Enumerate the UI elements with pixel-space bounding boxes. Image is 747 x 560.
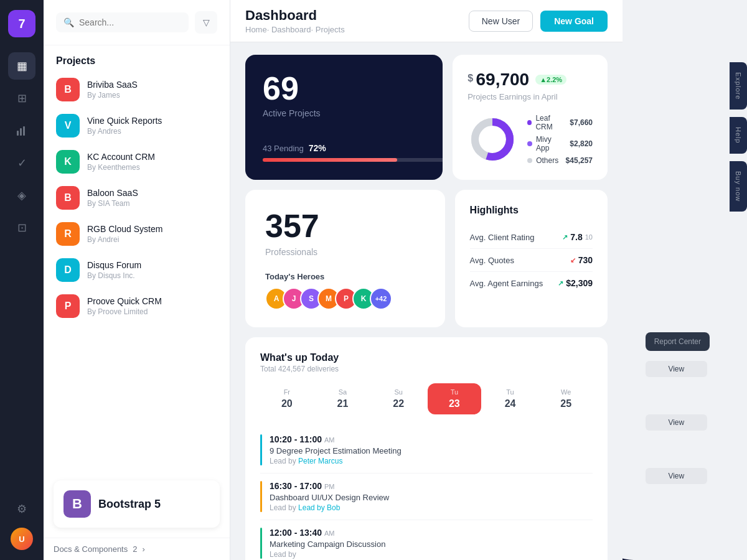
- heroes-label: Today's Heroes: [265, 272, 425, 281]
- event-name: Marketing Campaign Discussion: [270, 539, 385, 549]
- view-button-2[interactable]: View: [646, 414, 707, 431]
- project-by: By Keenthemes: [87, 163, 217, 172]
- nav-icon-briefcase[interactable]: ⊡: [8, 214, 35, 241]
- day-name: Su: [374, 388, 423, 396]
- pending-label: 43 Pending: [263, 144, 304, 153]
- project-info: Briviba SaaS By James: [87, 80, 217, 100]
- nav-avatar[interactable]: 7: [8, 10, 35, 37]
- project-by: By Andrei: [87, 235, 217, 244]
- project-item[interactable]: B Briviba SaaS By James: [44, 72, 230, 108]
- calendar-day[interactable]: Sa 21: [316, 383, 370, 414]
- day-name: Sa: [319, 388, 367, 396]
- day-name: Tu: [486, 388, 535, 396]
- lead-link[interactable]: Lead by Bob: [298, 503, 340, 512]
- earnings-legend: Leaf CRM $7,660 Mivy App $2,820 Others $…: [527, 114, 593, 165]
- project-item[interactable]: D Disqus Forum By Disqus Inc.: [44, 252, 230, 288]
- sidebar-header: 🔍 ▽: [44, 0, 230, 45]
- progress-bar: [263, 158, 443, 162]
- day-number: 21: [319, 398, 367, 409]
- report-center-button[interactable]: Report Center: [646, 332, 710, 351]
- new-goal-button[interactable]: New Goal: [540, 11, 608, 32]
- legend-dot: [527, 120, 532, 125]
- day-number: 25: [542, 398, 590, 409]
- lead-link[interactable]: Peter Marcus: [298, 457, 342, 465]
- earnings-dollar: $: [467, 73, 473, 83]
- calendar-day[interactable]: Fr 20: [260, 383, 314, 414]
- help-tab[interactable]: Help: [730, 117, 747, 154]
- main-content: Dashboard Home· Dashboard· Projects New …: [230, 0, 622, 560]
- project-by: By Proove Limited: [87, 307, 217, 316]
- calendar-day[interactable]: Su 22: [372, 383, 425, 414]
- calendar-day[interactable]: Tu 23: [428, 383, 481, 414]
- project-name: RGB Cloud System: [87, 224, 217, 234]
- project-item[interactable]: V Vine Quick Reports By Andres: [44, 108, 230, 144]
- new-user-button[interactable]: New User: [469, 11, 533, 32]
- view-button-1[interactable]: View: [646, 361, 707, 377]
- page-title: Dashboard: [245, 7, 345, 24]
- project-item[interactable]: K KC Account CRM By Keenthemes: [44, 144, 230, 180]
- event-lead: Lead by Peter Marcus: [270, 457, 402, 465]
- project-name: Proove Quick CRM: [87, 296, 217, 306]
- user-avatar[interactable]: U: [11, 528, 33, 550]
- event-ampm: PM: [324, 483, 335, 490]
- trend-down-icon: ↙: [570, 256, 576, 264]
- nav-icon-grid[interactable]: ⊞: [8, 85, 35, 112]
- avatars-row: AJSMPK+42: [265, 287, 425, 310]
- docs-arrow: ›: [142, 544, 144, 554]
- nav-icon-chart[interactable]: [8, 117, 35, 144]
- bootstrap-label: Bootstrap 5: [98, 498, 161, 511]
- event-bar: [260, 434, 262, 465]
- schedule-event: 12:00 - 13:40 AM Marketing Campaign Disc…: [260, 520, 593, 560]
- project-by: By SIA Team: [87, 199, 217, 208]
- view-button-3[interactable]: View: [646, 468, 707, 484]
- buy-now-tab[interactable]: Buy now: [730, 161, 747, 212]
- highlight-label: Avg. Agent Earnings: [470, 279, 543, 288]
- svg-rect-1: [20, 128, 22, 136]
- project-name: KC Account CRM: [87, 152, 217, 162]
- event-lead: Lead by: [270, 550, 385, 559]
- filter-button[interactable]: ▽: [195, 11, 217, 34]
- sidebar: 🔍 ▽ Projects B Briviba SaaS By James V V…: [44, 0, 230, 560]
- project-logo: V: [56, 114, 80, 138]
- progress-bar-fill: [263, 158, 397, 162]
- active-projects-card: 69 Active Projects 43 Pending 72%: [245, 55, 443, 180]
- docs-bar[interactable]: Docs & Components 2 ›: [44, 538, 230, 560]
- trend-up-icon: ↗: [558, 279, 563, 287]
- nav-icon-dashboard[interactable]: ▦: [8, 52, 35, 80]
- calendar-day[interactable]: We 25: [539, 383, 593, 414]
- search-box[interactable]: 🔍: [56, 12, 189, 32]
- event-name: 9 Degree Project Estimation Meeting: [270, 446, 402, 455]
- nav-icon-settings[interactable]: ⚙: [8, 495, 35, 523]
- project-info: RGB Cloud System By Andrei: [87, 224, 217, 244]
- project-name: Disqus Forum: [87, 260, 217, 270]
- project-info: Vine Quick Reports By Andres: [87, 116, 217, 136]
- project-logo: R: [56, 222, 80, 246]
- project-item[interactable]: P Proove Quick CRM By Proove Limited: [44, 288, 230, 324]
- schedule-event: 16:30 - 17:00 PM Dashboard UI/UX Design …: [260, 474, 593, 520]
- project-item[interactable]: B Baloon SaaS By SIA Team: [44, 180, 230, 216]
- nav-icon-check[interactable]: ✓: [8, 149, 35, 177]
- donut-row: Leaf CRM $7,660 Mivy App $2,820 Others $…: [467, 114, 593, 165]
- project-logo: K: [56, 150, 80, 174]
- project-list: B Briviba SaaS By James V Vine Quick Rep…: [44, 72, 230, 470]
- project-name: Vine Quick Reports: [87, 116, 217, 126]
- highlight-row: Avg. Client Rating ↗ 7.8 10: [470, 226, 593, 249]
- legend-name: Mivy App: [536, 135, 566, 152]
- highlight-row: Avg. Agent Earnings ↗ $2,309: [470, 272, 593, 294]
- search-input[interactable]: [79, 17, 181, 27]
- project-logo: B: [56, 78, 80, 101]
- highlights-title: Highlights: [470, 205, 593, 216]
- event-time: 16:30 - 17:00 PM: [270, 481, 389, 491]
- project-item[interactable]: R RGB Cloud System By Andrei: [44, 216, 230, 252]
- calendar-day[interactable]: Tu 24: [484, 383, 537, 414]
- project-by: By Disqus Inc.: [87, 271, 217, 280]
- nav-icon-layers[interactable]: ◈: [8, 182, 35, 209]
- dashboard-content: 69 Active Projects 43 Pending 72%: [230, 42, 622, 560]
- legend-item: Leaf CRM $7,660: [527, 114, 593, 131]
- svg-rect-0: [17, 131, 19, 136]
- project-name: Briviba SaaS: [87, 80, 217, 90]
- explore-tab[interactable]: Explore: [730, 62, 747, 110]
- active-projects-number: 69: [263, 72, 425, 105]
- heroes-more: +42: [370, 287, 392, 310]
- earnings-amount: 69,700: [476, 70, 529, 89]
